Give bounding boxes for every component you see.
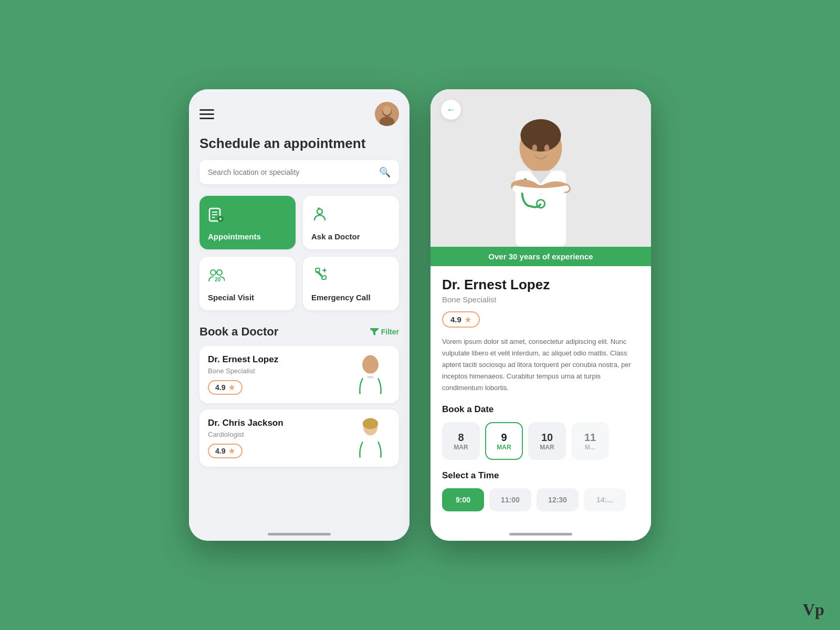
appointments-icon (208, 206, 287, 227)
search-icon: 🔍 (379, 166, 391, 178)
rating-value-ernest: 4.9 (215, 383, 225, 392)
time-item-1[interactable]: 11:00 (489, 488, 531, 511)
time-item-0[interactable]: 9:00 (442, 488, 484, 511)
filter-button[interactable]: Filter (370, 328, 399, 336)
time-value-3: 14:... (596, 496, 613, 504)
rating-badge-ernest: 4.9 ★ (208, 380, 243, 395)
hamburger-menu[interactable] (200, 109, 214, 119)
special-visit-card[interactable]: 20 Special Visit (200, 257, 296, 310)
appointments-label: Appointments (208, 232, 287, 241)
date-num-0: 8 (458, 432, 464, 444)
date-picker: 8 MAR 9 MAR 10 MAR 11 M... (442, 422, 639, 460)
rating-value-chris: 4.9 (215, 447, 225, 455)
date-item-2[interactable]: 10 MAR (528, 422, 566, 460)
time-value-2: 12:30 (548, 496, 567, 504)
date-num-1: 9 (501, 432, 507, 444)
time-value-0: 9:00 (456, 496, 470, 504)
rating-badge-chris: 4.9 ★ (208, 444, 243, 458)
time-item-3[interactable]: 14:... (584, 488, 626, 511)
date-item-1[interactable]: 9 MAR (485, 422, 523, 460)
date-item-0[interactable]: 8 MAR (442, 422, 480, 460)
doctor-card-ernest[interactable]: Dr. Ernest Lopez Bone Specialist 4.9 ★ (200, 346, 399, 403)
svg-rect-24 (359, 436, 381, 467)
doctor-hero: ← (430, 89, 651, 247)
ask-doctor-icon (311, 206, 391, 227)
detail-rating-badge: 4.9 ★ (442, 311, 480, 328)
special-visit-label: Special Visit (208, 293, 287, 302)
experience-banner: Over 30 years of experience (430, 247, 651, 266)
detail-star-icon: ★ (465, 316, 471, 324)
time-value-1: 11:00 (501, 496, 520, 504)
ask-doctor-card[interactable]: Ask a Doctor (303, 196, 399, 249)
star-icon-chris: ★ (228, 447, 235, 455)
date-mon-0: MAR (454, 444, 468, 451)
detail-content: Dr. Ernest Lopez Bone Specialist 4.9 ★ V… (430, 266, 651, 541)
time-item-2[interactable]: 12:30 (537, 488, 579, 511)
book-section-title: Book a Doctor (200, 325, 278, 339)
time-picker: 9:00 11:00 12:30 14:... (442, 488, 639, 511)
watermark: Vp (803, 600, 824, 620)
date-mon-3: M... (585, 444, 595, 451)
special-visit-icon: 20 (208, 267, 287, 288)
hero-doctor-image (488, 105, 593, 247)
detail-rating-value: 4.9 (450, 315, 461, 324)
star-icon: ★ (228, 383, 235, 392)
date-mon-2: MAR (540, 444, 554, 451)
right-phone: ← (430, 89, 651, 541)
date-num-2: 10 (541, 432, 553, 444)
doctor-card-chris[interactable]: Dr. Chris Jackson Cardiologist 4.9 ★ (200, 410, 399, 467)
left-phone: Schedule an appointment 🔍 (189, 89, 410, 541)
book-date-title: Book a Date (442, 404, 639, 415)
detail-bio: Vorem ipsum dolor sit amet, consectetur … (442, 336, 639, 394)
svg-point-32 (544, 144, 550, 152)
detail-doctor-specialty: Bone Specialist (442, 295, 639, 304)
appointments-card[interactable]: Appointments (200, 196, 296, 249)
select-time-title: Select a Time (442, 470, 639, 481)
emergency-call-card[interactable]: Emergency Call (303, 257, 399, 310)
ask-doctor-label: Ask a Doctor (311, 232, 391, 241)
search-bar[interactable]: 🔍 (200, 160, 399, 184)
top-bar (200, 102, 399, 126)
svg-point-3 (383, 106, 391, 115)
date-num-3: 11 (584, 432, 596, 444)
service-grid: Appointments Ask a Doctor (200, 196, 399, 310)
page-title: Schedule an appointment (200, 135, 399, 152)
svg-point-30 (520, 119, 561, 152)
filter-label: Filter (381, 328, 399, 336)
book-section-header: Book a Doctor Filter (200, 325, 399, 339)
doctor-photo-chris (346, 414, 394, 467)
svg-point-14 (211, 270, 216, 275)
svg-point-11 (317, 209, 322, 214)
svg-text:20: 20 (215, 277, 221, 282)
emergency-call-icon (311, 267, 391, 288)
search-input[interactable] (208, 168, 379, 176)
doctor-photo-ernest (346, 351, 394, 403)
user-avatar[interactable] (375, 102, 399, 126)
home-indicator (268, 533, 331, 536)
date-mon-1: MAR (497, 444, 511, 451)
detail-doctor-name: Dr. Ernest Lopez (442, 277, 639, 293)
svg-point-21 (363, 355, 377, 372)
emergency-call-label: Emergency Call (311, 293, 391, 302)
svg-point-15 (217, 270, 222, 275)
svg-point-31 (532, 144, 538, 152)
date-item-3[interactable]: 11 M... (571, 422, 609, 460)
back-button[interactable]: ← (441, 100, 461, 120)
home-indicator-right (509, 533, 572, 536)
svg-point-27 (362, 418, 377, 429)
